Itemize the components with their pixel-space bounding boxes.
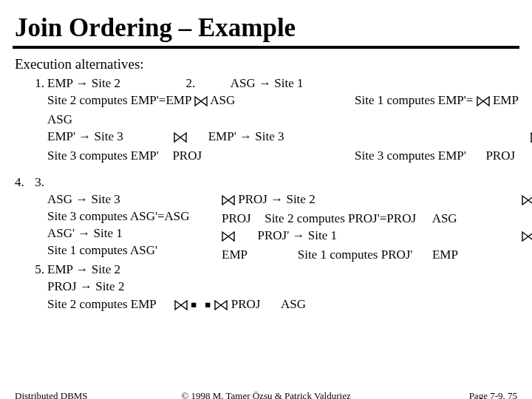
alt3-number: 3. — [30, 174, 44, 191]
alt3-line2b: PROJ — [222, 211, 251, 225]
alt1-line4: EMP' → Site 3 — [47, 129, 123, 143]
alt4-line1: PROJ → Site 2 — [238, 192, 315, 206]
alt5-line2: PROJ → Site 2 — [47, 279, 491, 296]
alt2-line1: ASG → Site 1 — [231, 76, 304, 90]
join-icon — [522, 194, 532, 211]
alt4-line4a: Site 1 computes PROJ' — [298, 248, 413, 262]
alt2-number: 2. — [186, 76, 196, 90]
alt3-line1: ASG → Site 3 — [47, 191, 217, 208]
alt2-line2b: EMP — [493, 93, 519, 107]
alt3-line4a: Site 1 computes ASG' — [47, 243, 157, 257]
alt5-line3c: ASG — [281, 297, 306, 311]
alt1-line5a: Site 3 computes EMP' — [47, 149, 159, 163]
alt4-line4b: EMP — [432, 248, 458, 262]
alt5-line3a: Site 2 computes EMP — [47, 297, 156, 311]
title-rule — [13, 46, 519, 49]
alt1-line3: ASG — [47, 112, 350, 129]
subheading: Execution alternatives: — [15, 56, 517, 72]
join-icon — [194, 95, 208, 112]
alt1-line1: EMP → Site 2 — [47, 76, 120, 90]
footer-center: © 1998 M. Tamer Özsu & Patrick Valduriez — [0, 390, 532, 399]
alt3-line4b: EMP — [222, 248, 247, 262]
body-area: 1. EMP → Site 2 2. ASG → Site 1 Site 2 c… — [15, 75, 517, 321]
alt2-line5a: Site 3 computes EMP' — [355, 149, 466, 163]
alt5-number: 5. — [30, 262, 44, 279]
alt5-line3b: PROJ — [231, 297, 261, 311]
alt5-line1: EMP → Site 2 — [47, 262, 491, 279]
alt1-line2b: ASG — [210, 93, 235, 107]
join-icon — [477, 95, 490, 112]
alt1-line2a: Site 2 computes EMP'=EMP — [47, 93, 191, 107]
alt3-line2a: Site 3 computes ASG'=ASG — [47, 209, 190, 223]
alt2-line4: EMP' → Site 3 — [208, 129, 284, 143]
alt4-line3: PROJ' → Site 1 — [258, 228, 337, 242]
placeholder-box: ￭ ￭ — [191, 296, 211, 313]
alt3-line3: ASG' → Site 1 — [47, 225, 217, 242]
join-icon — [222, 230, 235, 247]
alt1-line5b: PROJ — [172, 149, 202, 163]
alt2-line2a: Site 1 computes EMP'= — [355, 93, 473, 107]
alt4-line2a: Site 2 computes PROJ'=PROJ — [265, 211, 416, 225]
slide-title: Join Ordering – Example — [15, 13, 517, 43]
join-icon — [222, 194, 235, 211]
join-icon — [174, 131, 187, 148]
join-icon — [522, 230, 532, 247]
alt2-line5b: PROJ — [485, 149, 515, 163]
alt4-line2b: ASG — [432, 211, 457, 225]
footer-right: Page 7-9. 75 — [469, 390, 517, 399]
alt4-number: 4. — [15, 175, 24, 189]
join-icon — [174, 299, 188, 316]
join-icon — [214, 299, 228, 316]
alt1-number: 1. — [30, 75, 44, 92]
